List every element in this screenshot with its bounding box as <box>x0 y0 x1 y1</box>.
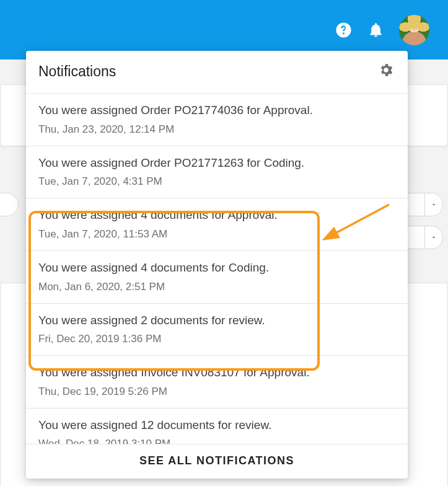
notification-item[interactable]: You were assigned 12 documents for revie… <box>26 409 408 444</box>
notification-item[interactable]: You were assigned Invoice INV083107 for … <box>26 356 408 409</box>
notifications-list[interactable]: You were assigned Order PO21774036 for A… <box>26 94 408 444</box>
notification-timestamp: Mon, Jan 6, 2020, 2:51 PM <box>38 281 395 293</box>
notification-item[interactable]: You were assigned 2 documents for review… <box>26 304 408 356</box>
user-avatar[interactable] <box>399 15 429 45</box>
notification-item[interactable]: You were assigned Order PO21774036 for A… <box>26 94 408 146</box>
help-icon[interactable] <box>335 21 353 39</box>
gear-icon[interactable] <box>378 62 394 81</box>
notification-message: You were assigned Invoice INV083107 for … <box>38 365 395 381</box>
notification-timestamp: Tue, Jan 7, 2020, 11:53 AM <box>38 228 395 241</box>
panel-header: Notifications <box>26 51 408 94</box>
notification-timestamp: Thu, Dec 19, 2019 5:26 PM <box>38 386 395 398</box>
notification-item[interactable]: You were assigned Order PO21771263 for C… <box>26 146 408 199</box>
notification-message: You were assigned 4 documents for Approv… <box>38 207 395 223</box>
notification-message: You were assigned Order PO21771263 for C… <box>38 155 395 171</box>
notification-message: You were assigned 12 documents for revie… <box>38 417 395 433</box>
notification-item[interactable]: You were assigned 4 documents for Approv… <box>26 198 408 251</box>
notification-message: You were assigned Order PO21774036 for A… <box>38 102 395 118</box>
notification-message: You were assigned 2 documents for review… <box>38 312 395 329</box>
notification-item[interactable]: You were assigned 4 documents for Coding… <box>26 251 408 304</box>
notification-timestamp: Wed, Dec 18, 2019 3:10 PM <box>38 438 395 444</box>
see-all-button[interactable]: SEE ALL NOTIFICATIONS <box>26 444 408 479</box>
notification-message: You were assigned 4 documents for Coding… <box>38 260 395 276</box>
notification-timestamp: Thu, Jan 23, 2020, 12:14 PM <box>38 123 395 136</box>
notification-timestamp: Tue, Jan 7, 2020, 4:31 PM <box>38 175 395 188</box>
notifications-panel: Notifications You were assigned Order PO… <box>26 51 408 479</box>
notifications-list-wrap: You were assigned Order PO21774036 for A… <box>26 94 408 444</box>
notification-timestamp: Fri, Dec 20, 2019 1:36 PM <box>38 333 395 345</box>
panel-title: Notifications <box>38 63 116 80</box>
bell-icon[interactable] <box>367 22 384 38</box>
